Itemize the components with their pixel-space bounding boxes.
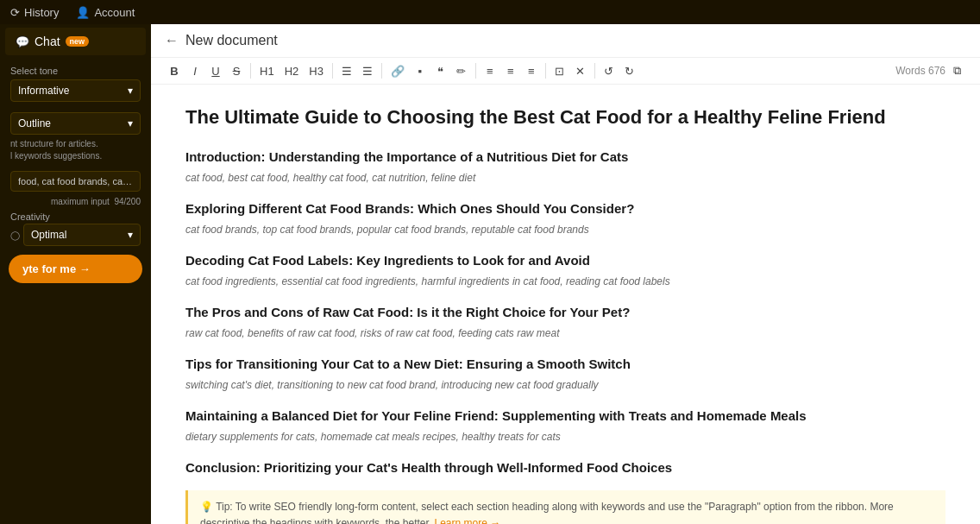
align-right-button[interactable]: ≡ [522, 62, 541, 80]
section-keywords-1: cat food brands, top cat food brands, po… [185, 222, 945, 237]
section-keywords-4: switching cat's diet, transitioning to n… [185, 377, 945, 393]
tone-dropdown[interactable]: Informative ▾ [10, 79, 141, 102]
tip-icon: 💡 [200, 501, 216, 513]
underline-button[interactable]: U [206, 62, 225, 80]
indent-button[interactable]: ⊡ [550, 62, 569, 80]
h2-button[interactable]: H2 [280, 62, 304, 80]
word-count: Words 676 [895, 65, 945, 77]
keywords-field[interactable]: food, cat food brands, cat fooc [10, 171, 141, 192]
tip-text: Tip: To write SEO friendly long-form con… [200, 501, 894, 524]
ul-button[interactable]: ☰ [337, 62, 356, 80]
write-btn-label: yte for me → [22, 262, 91, 275]
align-left-button[interactable]: ≡ [481, 62, 499, 80]
history-icon: ⟳ [10, 6, 20, 19]
remove-format-button[interactable]: ✕ [571, 62, 590, 80]
redo-button[interactable]: ↻ [620, 62, 639, 80]
write-button[interactable]: yte for me → [9, 255, 142, 283]
tone-section: Select tone Informative ▾ [0, 59, 151, 105]
chevron-down-icon: ▾ [128, 85, 133, 97]
outline-dropdown[interactable]: Outline ▾ [10, 112, 141, 135]
account-icon: 👤 [76, 6, 90, 19]
sidebar: 💬 Chat new Select tone Informative ▾ Out… [0, 24, 151, 524]
chevron-down-icon-creativity: ▾ [128, 229, 133, 241]
chat-label: Chat [35, 35, 60, 48]
creativity-low-icon: ◯ [10, 230, 20, 240]
toolbar-sep-5 [545, 63, 546, 79]
ol-button[interactable]: ☰ [358, 62, 377, 80]
main-layout: 💬 Chat new Select tone Informative ▾ Out… [0, 24, 980, 524]
align-center-button[interactable]: ≡ [501, 62, 520, 80]
outline-section: Outline ▾ [0, 105, 151, 138]
bold-button[interactable]: B [165, 62, 184, 80]
highlight-button[interactable]: ✏ [452, 62, 471, 80]
account-label: Account [94, 6, 135, 19]
h3-button[interactable]: H3 [305, 62, 328, 80]
toolbar: B I U S H1 H2 H3 ☰ ☰ 🔗 ▪ ❝ ✏ ≡ ≡ ≡ ⊡ ✕ ↺… [151, 58, 980, 85]
link-button[interactable]: 🔗 [386, 62, 409, 80]
nav-item-history[interactable]: ⟳ History [10, 6, 59, 19]
image-button[interactable]: ▪ [411, 62, 430, 80]
outline-label: Outline [18, 117, 51, 129]
editor-area: ← New document B I U S H1 H2 H3 ☰ ☰ 🔗 ▪ … [151, 24, 980, 524]
section-heading-1: Exploring Different Cat Food Brands: Whi… [185, 199, 945, 218]
creativity-label: Creativity [0, 208, 151, 224]
toolbar-sep-4 [475, 63, 476, 79]
section-heading-3: The Pros and Cons of Raw Cat Food: Is it… [185, 303, 945, 321]
top-nav: ⟳ History 👤 Account [0, 0, 980, 24]
document-main-title: The Ultimate Guide to Choosing the Best … [185, 105, 945, 130]
editor-content[interactable]: The Ultimate Guide to Choosing the Best … [151, 85, 980, 524]
chat-new-badge: new [66, 36, 90, 47]
toolbar-sep-2 [332, 63, 333, 79]
italic-button[interactable]: I [185, 62, 204, 80]
chat-icon: 💬 [16, 35, 29, 48]
tip-box: 💡 Tip: To write SEO friendly long-form c… [185, 490, 945, 524]
toolbar-sep-3 [381, 63, 382, 79]
learn-more-link[interactable]: Learn more → [434, 517, 500, 524]
creativity-dropdown[interactable]: Optimal ▾ [23, 224, 141, 246]
chat-item[interactable]: 💬 Chat new [5, 28, 146, 55]
toolbar-sep-6 [594, 63, 595, 79]
history-label: History [24, 6, 59, 19]
editor-header: ← New document [151, 24, 980, 58]
strikethrough-button[interactable]: S [227, 62, 246, 80]
section-heading-4: Tips for Transitioning Your Cat to a New… [185, 355, 945, 373]
char-count: maximum input 94/200 [0, 195, 151, 208]
section-keywords-2: cat food ingredients, essential cat food… [185, 274, 945, 289]
h1-button[interactable]: H1 [255, 62, 279, 80]
toolbar-sep-1 [250, 63, 251, 79]
creativity-row: ◯ Optimal ▾ [0, 224, 151, 246]
section-keywords-0: cat food, best cat food, healthy cat foo… [185, 170, 945, 186]
section-keywords-5: dietary supplements for cats, homemade c… [185, 429, 945, 445]
section-heading-6: Conclusion: Prioritizing your Cat's Heal… [185, 458, 945, 477]
back-button[interactable]: ← [165, 33, 179, 48]
quote-button[interactable]: ❝ [431, 62, 450, 80]
copy-button[interactable]: ⧉ [947, 61, 966, 80]
section-heading-5: Maintaining a Balanced Diet for Your Fel… [185, 407, 945, 425]
nav-item-account[interactable]: 👤 Account [76, 6, 135, 19]
sections-container: Introduction: Understanding the Importan… [185, 148, 945, 477]
outline-hint-line1: nt structure for articles. [10, 138, 141, 150]
section-heading-2: Decoding Cat Food Labels: Key Ingredient… [185, 251, 945, 269]
section-heading-0: Introduction: Understanding the Importan… [185, 148, 945, 166]
tone-value: Informative [18, 85, 69, 97]
undo-button[interactable]: ↺ [600, 62, 619, 80]
creativity-value: Optimal [31, 229, 66, 241]
outline-hint: nt structure for articles. l keywords su… [0, 138, 151, 167]
tone-label: Select tone [10, 66, 141, 76]
outline-hint-line2: l keywords suggestions. [10, 150, 141, 162]
chevron-down-icon-outline: ▾ [128, 117, 133, 129]
doc-title: New document [185, 33, 278, 48]
section-keywords-3: raw cat food, benefits of raw cat food, … [185, 325, 945, 341]
